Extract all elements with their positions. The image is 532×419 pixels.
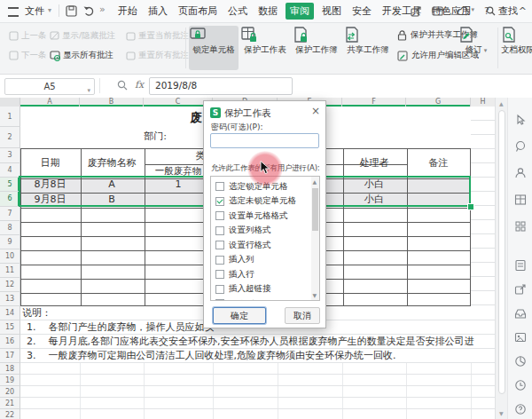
window-mode-icon[interactable]: ▾ <box>432 6 448 16</box>
checkbox-icon[interactable] <box>215 226 224 235</box>
ok-button[interactable]: 确定 <box>213 307 266 324</box>
checkbox-icon[interactable] <box>215 182 224 191</box>
permission-option[interactable]: 插入行 <box>211 267 319 282</box>
checkbox-icon[interactable] <box>215 211 224 220</box>
row-header[interactable]: 21 <box>0 398 20 409</box>
menu-tab[interactable]: 视图 <box>319 3 344 20</box>
hamburger-menu-icon[interactable] <box>8 7 19 17</box>
column-header[interactable]: B <box>80 98 144 107</box>
chevron-down-icon[interactable]: ▾ <box>48 6 51 14</box>
lasso-shape-icon[interactable] <box>514 140 527 153</box>
column-header[interactable]: F <box>342 98 406 107</box>
row-header[interactable]: 15 <box>0 320 20 335</box>
menu-tab[interactable]: 审阅 <box>286 3 314 20</box>
scrollbar-thumb[interactable] <box>498 110 505 394</box>
password-input[interactable] <box>210 133 319 148</box>
row-header[interactable]: 13 <box>0 292 20 306</box>
scroll-down-icon[interactable]: ▼ <box>499 410 504 416</box>
row-header[interactable]: 8 <box>0 221 20 235</box>
row-header[interactable]: 6 <box>0 192 20 207</box>
magnifier-icon[interactable] <box>117 80 128 91</box>
share-panel-icon[interactable] <box>514 283 527 296</box>
permission-option[interactable]: 插入超链接 <box>211 282 319 297</box>
row-header[interactable]: 16 <box>0 335 20 349</box>
cancel-button[interactable]: 取消 <box>285 307 320 324</box>
checkbox-icon[interactable] <box>215 197 224 206</box>
name-box[interactable]: A5 ▾ <box>4 78 95 95</box>
row-header[interactable]: 22 <box>0 409 20 419</box>
note-cell[interactable]: 2. 每月月底,各部门应将此表交安全环保办,安全环保办人员根据废弃物产生的数量决… <box>27 335 495 349</box>
protect-workbook-button[interactable]: 保护工作簿 <box>292 26 341 70</box>
collapse-ribbon-icon[interactable]: ^ <box>519 5 527 17</box>
menu-tab[interactable]: 数据 <box>255 3 280 20</box>
department-label-cell[interactable]: 部门: <box>106 130 167 144</box>
column-header[interactable]: A <box>20 98 80 107</box>
row-header[interactable]: 20 <box>0 386 20 398</box>
header-handler-cell[interactable]: 处理者 <box>342 148 406 178</box>
permission-option[interactable]: 设置单元格格式 <box>211 209 319 224</box>
menu-tab[interactable]: 安全 <box>349 3 374 20</box>
contact-icon[interactable] <box>514 167 527 179</box>
row-header[interactable]: 5 <box>0 178 20 192</box>
permission-option[interactable]: 插入列 <box>211 253 319 268</box>
revisions-button[interactable]: 修订 ▾ <box>458 26 495 70</box>
checkbox-icon[interactable] <box>215 256 224 265</box>
row-header[interactable]: 1 <box>0 107 20 127</box>
help-panel-icon[interactable] <box>514 403 527 415</box>
row-header[interactable]: 7 <box>0 207 20 221</box>
image-panel-icon[interactable] <box>514 331 527 344</box>
scroll-up-icon[interactable]: ▲ <box>313 178 317 185</box>
help-icon[interactable]: ? <box>484 5 489 17</box>
lock-cells-button[interactable]: 锁定单元格 <box>189 26 239 70</box>
menu-tab[interactable]: 公式 <box>225 3 250 20</box>
protect-sheet-button[interactable]: 保护工作表 <box>240 26 290 70</box>
row-header[interactable]: 12 <box>0 278 20 292</box>
notes-title-cell[interactable]: 说明： <box>22 306 75 320</box>
save-icon[interactable] <box>66 5 77 17</box>
fill-handle[interactable] <box>467 203 474 210</box>
menu-tab[interactable]: 插入 <box>145 3 170 20</box>
cloud-sync-icon[interactable]: ▾ <box>457 6 474 16</box>
checkbox-icon[interactable] <box>215 270 224 279</box>
row-header[interactable]: 10 <box>0 249 20 264</box>
more-chevrons-icon[interactable]: » <box>99 4 106 15</box>
undo-icon[interactable] <box>83 5 95 17</box>
column-header[interactable]: H <box>471 98 495 107</box>
table-icon[interactable] <box>514 194 527 206</box>
insert-function-fx[interactable]: fx <box>135 79 144 91</box>
header-remark-cell[interactable]: 备注 <box>406 148 471 178</box>
overflow-menu-icon[interactable]: ⋮ <box>499 5 509 17</box>
row-header[interactable]: 18 <box>0 363 20 375</box>
clock-panel-icon[interactable] <box>514 379 527 391</box>
vertical-scrollbar[interactable]: ▲ ▼ <box>495 98 507 419</box>
permission-option[interactable]: 设置列格式 <box>211 224 319 239</box>
row-header[interactable]: 4 <box>0 163 20 178</box>
share-workbook-button[interactable]: 共享工作簿 <box>343 26 393 70</box>
share-icon[interactable] <box>411 6 422 17</box>
row-header[interactable]: 19 <box>0 375 20 386</box>
row-header[interactable]: 14 <box>0 306 20 320</box>
checkbox-icon[interactable] <box>215 285 224 294</box>
note-cell[interactable]: 3. 一般废弃物可定期由公司清洁工人回收处理,危险废弃物须由安全环保办统一回收. <box>27 349 495 363</box>
row-header[interactable]: 9 <box>0 235 20 249</box>
notes-panel-icon[interactable] <box>514 259 527 272</box>
select-all-corner[interactable] <box>0 98 20 107</box>
cursor-select-icon[interactable] <box>514 114 527 126</box>
row-header[interactable]: 3 <box>0 148 20 163</box>
list-scrollbar[interactable]: ▲ ▼ <box>311 177 319 300</box>
row-header[interactable]: 17 <box>0 349 20 363</box>
chart-panel-icon[interactable] <box>514 355 527 368</box>
permission-option[interactable]: 设置行格式 <box>211 238 319 253</box>
close-icon[interactable]: × <box>311 105 320 117</box>
row-header[interactable]: 2 <box>0 127 20 148</box>
file-menu[interactable]: 文件 <box>25 4 44 18</box>
apps-grid-icon[interactable] <box>514 220 527 233</box>
column-header[interactable]: G <box>406 98 471 107</box>
scroll-down-icon[interactable]: ▼ <box>313 292 317 298</box>
header-date-cell[interactable]: 日期 <box>20 148 80 178</box>
inbox-panel-icon[interactable] <box>514 307 527 320</box>
header-name-cell[interactable]: 废弃物名称 <box>80 148 144 178</box>
show-all-comments-button[interactable]: 显示所有批注 <box>50 50 113 61</box>
sheet-title-cell[interactable]: 废 <box>133 108 202 127</box>
document-permission-button[interactable]: 文档权限 <box>500 26 532 70</box>
